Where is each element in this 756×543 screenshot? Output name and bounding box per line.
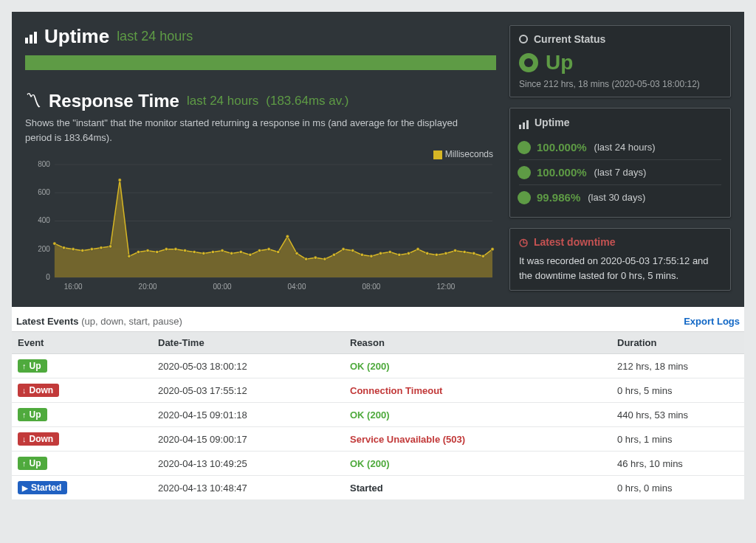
uptime-card-header-label: Uptime	[535, 117, 569, 128]
uptime-rows: 100.000%(last 24 hours)100.000%(last 7 d…	[519, 135, 721, 210]
latest-downtime-body: It was recorded on 2020-05-03 17:55:12 a…	[519, 254, 721, 283]
starburst-icon	[519, 193, 529, 203]
col-event: Event	[12, 332, 152, 354]
right-column: Current Status Up Since 212 hrs, 18 mins…	[509, 25, 731, 294]
legend-label: Milliseconds	[445, 149, 493, 159]
svg-point-20	[90, 248, 93, 251]
svg-point-27	[156, 250, 159, 253]
svg-point-41	[286, 235, 289, 238]
current-status-header-label: Current Status	[534, 33, 605, 45]
table-row: ▶ Started2020-04-13 10:48:47Started0 hrs…	[12, 476, 744, 500]
svg-text:600: 600	[38, 188, 50, 196]
legend-swatch	[433, 151, 442, 159]
svg-point-31	[193, 250, 196, 253]
svg-point-18	[72, 248, 75, 251]
svg-point-26	[146, 249, 149, 252]
svg-point-58	[444, 252, 447, 255]
event-reason: Service Unavailable (503)	[350, 434, 465, 445]
svg-point-16	[53, 242, 56, 245]
response-time-header: 〽 Response Time last 24 hours (183.64ms …	[25, 91, 496, 111]
event-datetime: 2020-04-15 09:01:18	[152, 403, 344, 427]
svg-point-39	[267, 248, 270, 251]
svg-point-33	[211, 250, 214, 253]
record-icon	[519, 35, 528, 44]
uptime-period: (last 7 days)	[594, 167, 647, 178]
col-datetime: Date-Time	[152, 332, 344, 354]
current-status-header: Current Status	[519, 33, 721, 45]
svg-point-52	[388, 250, 391, 253]
event-badge-up: ↑ Up	[18, 457, 47, 470]
event-badge-down: ↓ Down	[18, 432, 59, 446]
svg-point-59	[453, 249, 456, 252]
uptime-card-header: Uptime	[519, 116, 721, 129]
svg-point-43	[304, 257, 307, 260]
pulse-icon: 〽	[25, 93, 41, 109]
svg-text:400: 400	[38, 216, 50, 224]
svg-text:200: 200	[38, 245, 50, 253]
event-duration: 0 hrs, 5 mins	[611, 378, 744, 403]
event-badge-up: ↑ Up	[18, 408, 47, 421]
events-table: Event Date-Time Reason Duration ↑ Up2020…	[12, 331, 744, 500]
svg-point-48	[351, 249, 354, 252]
response-time-sub2: (183.64ms av.)	[266, 94, 348, 108]
event-datetime: 2020-04-13 10:48:47	[152, 476, 344, 500]
svg-point-61	[472, 252, 475, 255]
event-duration: 46 hrs, 10 mins	[611, 452, 744, 476]
table-row: ↑ Up2020-04-13 10:49:25OK (200)46 hrs, 1…	[12, 452, 744, 476]
svg-point-38	[258, 249, 261, 252]
uptime-row: 100.000%(last 7 days)	[519, 159, 721, 184]
event-reason: OK (200)	[350, 409, 389, 421]
event-datetime: 2020-05-03 17:55:12	[152, 378, 344, 403]
svg-point-57	[435, 253, 438, 256]
svg-point-63	[491, 248, 494, 251]
starburst-icon	[519, 167, 529, 178]
uptime-title: Uptime	[44, 25, 109, 48]
col-duration: Duration	[611, 332, 744, 354]
dashboard-dark-panel: Uptime last 24 hours 〽 Response Time las…	[12, 12, 744, 307]
svg-point-19	[81, 249, 84, 252]
events-title-strong: Latest Events	[16, 316, 79, 327]
uptime-pct: 100.000%	[537, 141, 587, 153]
svg-point-35	[230, 252, 233, 255]
uptime-header: Uptime last 24 hours	[25, 25, 496, 48]
response-time-desc: Shows the "instant" that the monitor sta…	[25, 116, 483, 145]
table-row: ↓ Down2020-05-03 17:55:12Connection Time…	[12, 378, 744, 403]
svg-point-62	[481, 255, 484, 257]
table-row: ↓ Down2020-04-15 09:00:17Service Unavail…	[12, 427, 744, 452]
svg-text:800: 800	[38, 161, 50, 168]
bars-icon	[519, 116, 529, 129]
event-badge-down: ↓ Down	[18, 384, 59, 397]
uptime-card: Uptime 100.000%(last 24 hours)100.000%(l…	[509, 108, 731, 218]
svg-text:00:00: 00:00	[213, 283, 232, 291]
svg-point-54	[407, 252, 410, 255]
event-badge-started: ▶ Started	[18, 481, 67, 494]
uptime-subtitle: last 24 hours	[117, 29, 193, 44]
svg-point-45	[323, 257, 326, 260]
uptime-period: (last 24 hours)	[594, 142, 656, 153]
svg-point-29	[174, 248, 177, 251]
svg-point-47	[342, 248, 345, 251]
status-since: Since 212 hrs, 18 mins (2020-05-03 18:00…	[519, 79, 721, 89]
uptime-pct: 100.000%	[537, 166, 587, 179]
svg-text:12:00: 12:00	[436, 283, 455, 291]
export-logs-link[interactable]: Export Logs	[684, 316, 740, 327]
event-duration: 212 hrs, 18 mins	[611, 354, 744, 378]
svg-point-40	[277, 250, 280, 253]
event-badge-up: ↑ Up	[18, 359, 47, 373]
svg-point-24	[128, 255, 131, 257]
starburst-icon	[519, 142, 529, 153]
svg-point-44	[314, 256, 317, 259]
uptime-pct: 99.986%	[537, 191, 580, 204]
svg-point-51	[379, 252, 382, 255]
current-status-card: Current Status Up Since 212 hrs, 18 mins…	[509, 25, 731, 97]
event-duration: 0 hrs, 1 mins	[611, 427, 744, 452]
svg-point-37	[249, 253, 252, 256]
response-time-chart[interactable]: 020040060080016:0020:0000:0004:0008:0012…	[25, 161, 496, 294]
svg-point-28	[165, 248, 168, 251]
event-reason: OK (200)	[350, 361, 389, 372]
event-datetime: 2020-04-15 09:00:17	[152, 427, 344, 452]
svg-point-22	[109, 245, 111, 248]
response-time-sub1: last 24 hours	[187, 94, 258, 108]
svg-point-30	[183, 249, 186, 252]
uptime-row: 100.000%(last 24 hours)	[519, 135, 721, 159]
